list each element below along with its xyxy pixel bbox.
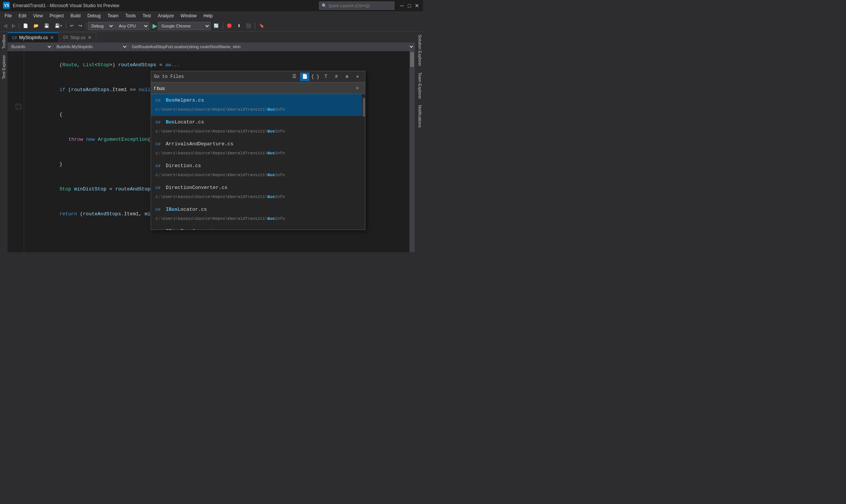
- cs-icon-4: C#: [156, 164, 160, 168]
- goto-path-3: c:\Users\kaseyu\Source\Repos\EmeraldTran…: [156, 149, 360, 157]
- title-bar-right: 🔍 Quick Launch (Ctrl+Q) ─ □ ✕: [319, 2, 420, 10]
- goto-result-name-3: C# ArrivalsAndDeparture.cs: [156, 140, 360, 148]
- goto-icon-1[interactable]: ☰: [290, 73, 299, 81]
- goto-close-button[interactable]: ✕: [353, 73, 362, 81]
- forward-button[interactable]: ▷: [10, 22, 17, 30]
- goto-clear-button[interactable]: ✕: [356, 84, 359, 92]
- search-icon: 🔍: [322, 3, 327, 8]
- refresh-button[interactable]: 🔄: [211, 22, 221, 30]
- goto-match-bus1: Bus: [166, 97, 174, 103]
- toolbox-tab[interactable]: Toolbox: [1, 32, 7, 52]
- namespace-select[interactable]: BusInfo: [8, 43, 53, 51]
- tab-stop[interactable]: C# Stop.cs ✕: [59, 32, 96, 42]
- menu-view[interactable]: View: [30, 12, 46, 19]
- stop-debug-button[interactable]: ⬛: [244, 22, 253, 30]
- tab-label-stop: Stop.cs: [70, 35, 86, 40]
- goto-path-1: c:\Users\kaseyu\Source\Repos\EmeraldTran…: [156, 105, 360, 114]
- goto-scrollbar[interactable]: [362, 94, 365, 230]
- menu-test[interactable]: Test: [140, 12, 154, 19]
- debug-config-dropdown[interactable]: Debug Release: [88, 22, 115, 30]
- open-button[interactable]: 📂: [31, 22, 41, 30]
- tab-close-mystopinfo[interactable]: ✕: [50, 35, 54, 40]
- close-button[interactable]: ✕: [414, 3, 420, 9]
- menu-edit[interactable]: Edit: [15, 12, 29, 19]
- back-button[interactable]: ◁: [2, 22, 9, 30]
- goto-match-bus2: Bus: [166, 119, 174, 125]
- menu-tools[interactable]: Tools: [122, 12, 139, 19]
- goto-result-itimezone[interactable]: C# ITimeZoneConverter.cs c:\Users\kaseyu…: [151, 225, 365, 230]
- cs-icon-2: C#: [156, 120, 160, 125]
- undo-button[interactable]: ↩: [68, 22, 76, 30]
- menu-help[interactable]: Help: [200, 12, 216, 19]
- toolbar-sep-2: [66, 23, 66, 29]
- goto-result-name-2: C# BusLocator.cs: [156, 118, 360, 126]
- method-select[interactable]: GetRouteAndStopForLocation(string routeS…: [128, 43, 415, 51]
- platform-dropdown[interactable]: Any CPU x86 x64: [115, 22, 149, 30]
- goto-result-directionconverter[interactable]: C# DirectionConverter.cs c:\Users\kaseyu…: [151, 181, 365, 203]
- cs-icon: C#: [156, 98, 160, 103]
- save-button[interactable]: 💾: [42, 22, 52, 30]
- breakpoint-button[interactable]: 🔴: [224, 22, 234, 30]
- minimize-button[interactable]: ─: [399, 3, 405, 9]
- save-all-button[interactable]: 💾+: [52, 22, 64, 30]
- toolbar-sep-3: [86, 23, 86, 29]
- goto-rest-5: DirectionConverter.cs: [166, 185, 228, 190]
- menu-analyze[interactable]: Analyze: [155, 12, 177, 19]
- goto-result-bushelpers[interactable]: C# BusHelpers.cs c:\Users\kaseyu\Source\…: [151, 94, 365, 116]
- goto-title: Go to Files: [154, 73, 184, 81]
- goto-result-buslocator[interactable]: C# BusLocator.cs c:\Users\kaseyu\Source\…: [151, 116, 365, 138]
- solution-explorer-tab[interactable]: Solution Explorer: [415, 32, 423, 69]
- goto-icon-all[interactable]: #: [332, 73, 341, 81]
- goto-icon-types[interactable]: T: [321, 73, 330, 81]
- code-nav-bar: BusInfo BusInfo.MyStopInfo GetRouteAndSt…: [8, 42, 415, 51]
- goto-files-overlay: Go to Files ☰ 📄 { } T # ⚙ ✕: [151, 71, 365, 230]
- goto-rest-2: Locator.cs: [174, 119, 204, 125]
- menu-file[interactable]: File: [2, 12, 15, 19]
- test-explorer-tab[interactable]: Test Explorer: [1, 52, 7, 82]
- menu-debug[interactable]: Debug: [84, 12, 104, 19]
- app-icon: VS: [3, 2, 10, 10]
- goto-search-input[interactable]: [154, 85, 356, 91]
- menu-window[interactable]: Window: [177, 12, 200, 19]
- quick-launch[interactable]: 🔍 Quick Launch (Ctrl+Q): [319, 2, 394, 10]
- bookmark-button[interactable]: 🔖: [257, 22, 267, 30]
- new-file-button[interactable]: 📄: [21, 22, 31, 30]
- goto-result-direction[interactable]: C# Direction.cs c:\Users\kaseyu\Source\R…: [151, 160, 365, 181]
- goto-result-ibuslocator[interactable]: C# IBusLocator.cs c:\Users\kaseyu\Source…: [151, 203, 365, 225]
- goto-icon-5[interactable]: ⚙: [342, 73, 351, 81]
- editor-area: C# MyStopInfo.cs ✕ C# Stop.cs ✕ BusInfo …: [8, 32, 415, 252]
- step-button[interactable]: ⬇: [235, 22, 243, 30]
- browser-dropdown[interactable]: Google Chrome Microsoft Edge Firefox: [158, 22, 211, 30]
- goto-icon-members[interactable]: { }: [311, 73, 320, 81]
- tab-icon-cs: C#: [12, 36, 17, 40]
- team-explorer-tab[interactable]: Team Explorer: [415, 69, 423, 102]
- title-text: EmeraldTransit1 - Microsoft Visual Studi…: [13, 3, 119, 8]
- goto-header-controls: ☰ 📄 { } T # ⚙ ✕: [290, 73, 362, 81]
- redo-button[interactable]: ↪: [76, 22, 84, 30]
- goto-result-name-5: C# DirectionConverter.cs: [156, 184, 360, 192]
- tab-icon-stop: C#: [63, 35, 68, 40]
- goto-header: Go to Files ☰ 📄 { } T # ⚙ ✕: [151, 71, 365, 82]
- svg-text:VS: VS: [4, 3, 9, 8]
- notifications-tab[interactable]: Notifications: [415, 102, 423, 131]
- code-editor: (Route, List<Stop>) routeAndStops = aw..…: [8, 51, 415, 252]
- goto-search-area: ✕: [151, 82, 365, 94]
- editor-scrollbar[interactable]: [409, 51, 415, 252]
- goto-icon-files[interactable]: 📄: [300, 73, 309, 81]
- tab-close-stop[interactable]: ✕: [88, 35, 92, 40]
- goto-rest-4: Direction.cs: [166, 163, 201, 169]
- cs-icon-5: C#: [156, 186, 160, 190]
- left-sidebar: Toolbox Test Explorer: [0, 32, 8, 252]
- class-select[interactable]: BusInfo.MyStopInfo: [53, 43, 128, 51]
- tab-bar: C# MyStopInfo.cs ✕ C# Stop.cs ✕: [8, 32, 415, 42]
- collapse-button[interactable]: −: [16, 104, 21, 109]
- goto-path-4: c:\Users\kaseyu\Source\Repos\EmeraldTran…: [156, 171, 360, 179]
- menu-build[interactable]: Build: [67, 12, 84, 19]
- editor-scroll-thumb: [410, 52, 414, 67]
- maximize-button[interactable]: □: [406, 3, 412, 9]
- menu-project[interactable]: Project: [47, 12, 67, 19]
- goto-result-arrivals[interactable]: C# ArrivalsAndDeparture.cs c:\Users\kase…: [151, 138, 365, 160]
- tab-mystopinfo[interactable]: C# MyStopInfo.cs ✕: [8, 32, 59, 42]
- menu-team[interactable]: Team: [104, 12, 121, 19]
- center-column: C# MyStopInfo.cs ✕ C# Stop.cs ✕ BusInfo …: [8, 32, 415, 252]
